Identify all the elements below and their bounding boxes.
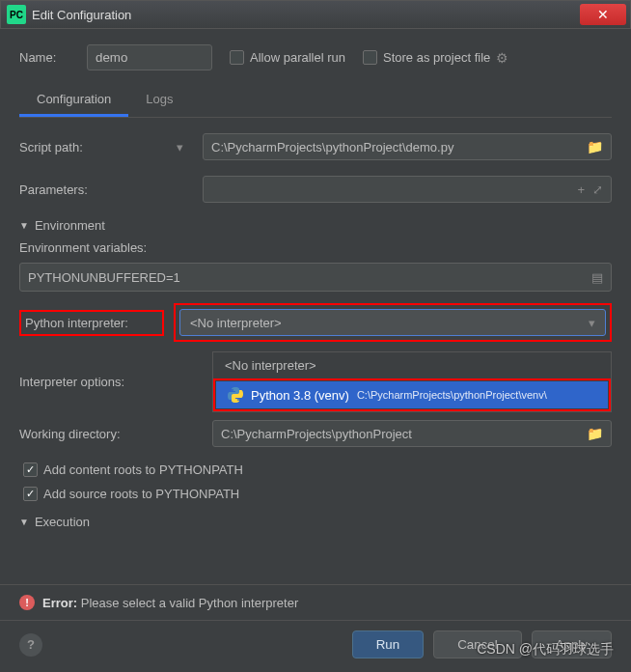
error-icon: ! <box>19 595 35 610</box>
footer: ? Run Cancel Apply <box>0 620 631 672</box>
dropdown-item-highlight: Python 3.8 (venv) C:\PycharmProjects\pyt… <box>213 378 611 411</box>
store-project-checkbox[interactable]: Store as project file <box>363 50 490 65</box>
parameters-row: Parameters: +⤢ <box>19 176 612 203</box>
plus-icon[interactable]: + <box>577 182 585 197</box>
interpreter-select[interactable]: <No interpreter> ▾ <box>179 309 606 336</box>
expand-icon[interactable]: ⤢ <box>592 182 603 197</box>
window-title: Edit Configuration <box>32 8 580 22</box>
name-row: Name: Allow parallel run Store as projec… <box>19 44 612 70</box>
allow-parallel-label: Allow parallel run <box>250 50 345 65</box>
chevron-down-icon: ▼ <box>19 220 29 231</box>
python-icon <box>228 387 243 403</box>
close-icon: ✕ <box>597 7 609 22</box>
folder-icon[interactable]: 📁 <box>587 426 603 441</box>
checkbox-checked-icon <box>23 462 38 477</box>
script-path-label: Script path: ▾ <box>19 140 193 154</box>
environment-section-header[interactable]: ▼ Environment <box>19 218 612 233</box>
close-button[interactable]: ✕ <box>580 4 626 25</box>
chevron-down-icon: ▼ <box>19 517 29 527</box>
script-path-input[interactable]: C:\PycharmProjects\pythonProject\demo.py… <box>203 133 612 160</box>
parameters-input[interactable]: +⤢ <box>203 176 612 203</box>
checkbox-icon <box>363 50 377 65</box>
window-body: Name: Allow parallel run Store as projec… <box>0 29 631 672</box>
checkbox-icon <box>230 50 244 65</box>
dropdown-item-none[interactable]: <No interpreter> <box>213 352 611 378</box>
app-icon: PC <box>7 5 26 24</box>
list-icon[interactable]: ▤ <box>591 270 603 285</box>
add-source-roots-checkbox[interactable]: Add source roots to PYTHONPATH <box>23 487 612 501</box>
store-project-label: Store as project file <box>383 50 490 65</box>
env-vars-input[interactable]: PYTHONUNBUFFERED=1 ▤ <box>19 263 612 292</box>
execution-section-header[interactable]: ▼ Execution <box>19 515 612 529</box>
interpreter-label-highlight: Python interpreter: <box>19 310 164 336</box>
working-directory-input[interactable]: C:\PycharmProjects\pythonProject 📁 <box>212 420 612 447</box>
interpreter-dropdown: <No interpreter> Python 3.8 (venv) C:\Py… <box>212 351 612 412</box>
cancel-button[interactable]: Cancel <box>433 630 522 658</box>
error-bar: ! Error: Please select a valid Python in… <box>0 585 631 620</box>
parameters-label: Parameters: <box>19 182 193 197</box>
interpreter-label: Python interpreter: <box>25 316 128 330</box>
tabs: Configuration Logs <box>19 84 612 118</box>
help-button[interactable]: ? <box>19 633 42 657</box>
name-label: Name: <box>19 50 87 65</box>
script-path-row: Script path: ▾ C:\PycharmProjects\python… <box>19 133 612 160</box>
checkbox-checked-icon <box>23 487 38 501</box>
tab-logs[interactable]: Logs <box>128 84 190 117</box>
titlebar: PC Edit Configuration ✕ <box>0 0 631 29</box>
interpreter-options-label: Interpreter options: <box>19 375 203 389</box>
folder-icon[interactable]: 📁 <box>587 139 603 154</box>
interpreter-row: Python interpreter: <No interpreter> ▾ <box>19 303 612 342</box>
chevron-down-icon: ▾ <box>589 316 595 330</box>
working-directory-label: Working directory: <box>19 427 203 441</box>
env-vars-label: Environment variables: <box>19 240 612 255</box>
gear-icon[interactable]: ⚙ <box>496 50 508 66</box>
name-input[interactable] <box>87 44 212 70</box>
apply-button[interactable]: Apply <box>532 630 612 658</box>
chevron-down-icon[interactable]: ▾ <box>177 140 183 154</box>
allow-parallel-checkbox[interactable]: Allow parallel run <box>230 50 345 65</box>
interpreter-options-row: Interpreter options: <No interpreter> Py… <box>19 351 612 412</box>
dropdown-item-python38[interactable]: Python 3.8 (venv) C:\PycharmProjects\pyt… <box>216 381 608 408</box>
tab-configuration[interactable]: Configuration <box>19 84 128 117</box>
interpreter-select-highlight: <No interpreter> ▾ <box>174 303 612 342</box>
working-directory-row: Working directory: C:\PycharmProjects\py… <box>19 420 612 447</box>
run-button[interactable]: Run <box>352 630 424 658</box>
add-content-roots-checkbox[interactable]: Add content roots to PYTHONPATH <box>23 462 612 477</box>
